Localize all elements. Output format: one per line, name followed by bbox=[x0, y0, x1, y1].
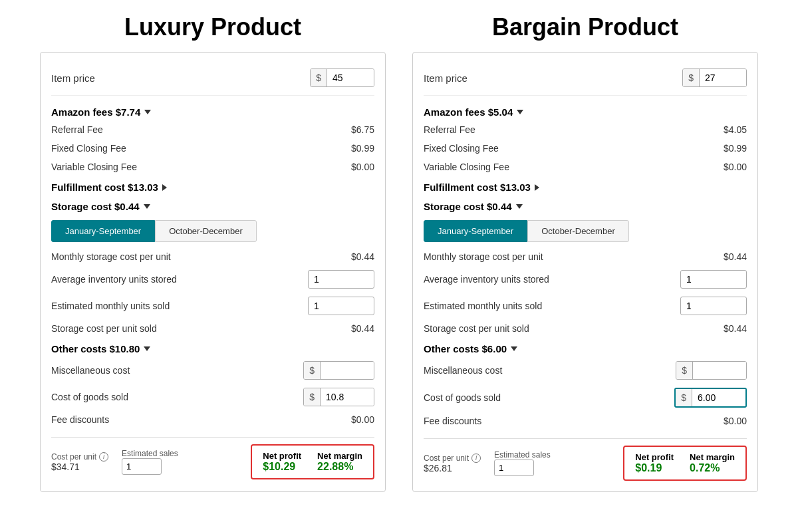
bargain-cost-per-unit: Cost per unit i $26.81 bbox=[424, 454, 481, 473]
bargain-item-price-input[interactable] bbox=[700, 69, 746, 86]
bargain-cost-info-icon[interactable]: i bbox=[471, 454, 481, 463]
bargain-est-monthly-input[interactable] bbox=[680, 297, 747, 315]
bargain-footer: Cost per unit i $26.81 Estimated sales N… bbox=[424, 438, 747, 481]
bargain-calculator: Item price $ Amazon fees $5.04 Referral … bbox=[412, 52, 758, 492]
luxury-storage-per-unit-row: Storage cost per unit sold $0.44 bbox=[51, 319, 374, 338]
bargain-variable-closing-fee-row: Variable Closing Fee $0.00 bbox=[424, 158, 747, 176]
bargain-cogs-currency: $ bbox=[676, 389, 692, 406]
bargain-cogs-input-group: $ bbox=[674, 388, 747, 408]
luxury-avg-inventory-label: Average inventory units stored bbox=[51, 274, 177, 285]
bargain-fulfillment-header: Fulfillment cost $13.03 bbox=[424, 176, 747, 196]
bargain-est-monthly-row: Estimated monthly units sold bbox=[424, 293, 747, 319]
bargain-est-sales-input[interactable] bbox=[494, 460, 534, 476]
luxury-amazon-fees-header: Amazon fees $7.74 bbox=[51, 101, 374, 120]
luxury-est-sales-input[interactable] bbox=[122, 458, 162, 475]
luxury-misc-currency: $ bbox=[304, 362, 321, 379]
luxury-item-price-input-group: $ bbox=[310, 68, 374, 87]
bargain-fulfillment-label: Fulfillment cost $13.03 bbox=[424, 182, 531, 193]
luxury-item-price-input[interactable] bbox=[327, 69, 374, 86]
bargain-fee-discounts-label: Fee discounts bbox=[424, 416, 481, 426]
bargain-misc-currency: $ bbox=[676, 362, 693, 379]
bargain-net-margin: Net margin 0.72% bbox=[690, 452, 735, 474]
luxury-fee-discounts-row: Fee discounts $0.00 bbox=[51, 410, 374, 429]
bargain-item-price-row: Item price $ bbox=[424, 63, 747, 96]
luxury-other-costs-toggle-icon[interactable] bbox=[144, 346, 150, 351]
luxury-item-price-label: Item price bbox=[51, 72, 95, 84]
bargain-est-monthly-label: Estimated monthly units sold bbox=[424, 301, 542, 311]
bargain-storage-per-unit-row: Storage cost per unit sold $0.44 bbox=[424, 319, 747, 338]
luxury-misc-cost-label: Miscellaneous cost bbox=[51, 365, 130, 376]
luxury-fee-discounts-value: $0.00 bbox=[351, 414, 374, 425]
luxury-product-section: Luxury Product Item price $ Amazon fees … bbox=[40, 13, 386, 492]
bargain-storage-header: Storage cost $0.44 bbox=[424, 196, 747, 215]
luxury-storage-toggle-icon[interactable] bbox=[144, 204, 150, 209]
luxury-tab-oct-dec[interactable]: October-December bbox=[155, 220, 257, 242]
bargain-variable-closing-fee-value: $0.00 bbox=[724, 162, 747, 172]
luxury-cogs-input[interactable] bbox=[321, 388, 374, 406]
bargain-other-costs-label: Other costs $6.00 bbox=[424, 343, 507, 354]
luxury-referral-fee-row: Referral Fee $6.75 bbox=[51, 120, 374, 139]
luxury-fulfillment-header: Fulfillment cost $13.03 bbox=[51, 176, 374, 196]
luxury-storage-tabs: January-September October-December bbox=[51, 220, 374, 242]
luxury-tab-jan-sep[interactable]: January-September bbox=[51, 220, 155, 242]
luxury-variable-closing-fee-label: Variable Closing Fee bbox=[51, 162, 137, 172]
bargain-other-costs-toggle-icon[interactable] bbox=[511, 346, 517, 351]
bargain-net-profit: Net profit $0.19 bbox=[635, 452, 674, 474]
luxury-fulfillment-label: Fulfillment cost $13.03 bbox=[51, 182, 158, 193]
bargain-product-section: Bargain Product Item price $ Amazon fees… bbox=[412, 13, 758, 492]
luxury-fee-discounts-label: Fee discounts bbox=[51, 414, 109, 425]
bargain-tab-oct-dec[interactable]: October-December bbox=[527, 220, 629, 242]
luxury-footer: Cost per unit i $34.71 Estimated sales N… bbox=[51, 437, 374, 479]
luxury-currency-symbol: $ bbox=[311, 69, 327, 86]
luxury-item-price-row: Item price $ bbox=[51, 63, 374, 96]
bargain-net-margin-value: 0.72% bbox=[690, 462, 720, 474]
bargain-avg-inventory-row: Average inventory units stored bbox=[424, 266, 747, 293]
luxury-referral-fee-value: $6.75 bbox=[351, 124, 374, 135]
bargain-monthly-storage-label: Monthly storage cost per unit bbox=[424, 251, 543, 262]
bargain-net-profit-value: $0.19 bbox=[635, 462, 662, 474]
bargain-referral-fee-label: Referral Fee bbox=[424, 124, 475, 135]
luxury-storage-label: Storage cost $0.44 bbox=[51, 201, 140, 212]
bargain-monthly-storage-row: Monthly storage cost per unit $0.44 bbox=[424, 247, 747, 266]
luxury-cost-per-unit-value: $34.71 bbox=[51, 462, 108, 472]
luxury-other-costs-header: Other costs $10.80 bbox=[51, 338, 374, 357]
luxury-amazon-fees-toggle-icon[interactable] bbox=[144, 110, 151, 114]
bargain-fulfillment-toggle-icon[interactable] bbox=[535, 184, 539, 191]
luxury-monthly-storage-row: Monthly storage cost per unit $0.44 bbox=[51, 247, 374, 266]
luxury-est-monthly-input[interactable] bbox=[308, 297, 374, 315]
bargain-tab-jan-sep[interactable]: January-September bbox=[424, 220, 527, 242]
luxury-fulfillment-toggle-icon[interactable] bbox=[162, 184, 167, 191]
luxury-fixed-closing-fee-value: $0.99 bbox=[351, 143, 374, 154]
bargain-misc-cost-label: Miscellaneous cost bbox=[424, 365, 502, 376]
luxury-net-profit-label: Net profit bbox=[263, 451, 301, 461]
luxury-net-margin-label: Net margin bbox=[317, 451, 362, 461]
bargain-est-sales: Estimated sales bbox=[494, 450, 551, 476]
luxury-avg-inventory-input[interactable] bbox=[308, 270, 374, 289]
bargain-cogs-input[interactable] bbox=[692, 389, 745, 406]
bargain-misc-input[interactable] bbox=[693, 362, 746, 379]
luxury-misc-input[interactable] bbox=[321, 362, 374, 379]
luxury-monthly-storage-label: Monthly storage cost per unit bbox=[51, 251, 171, 262]
luxury-monthly-storage-value: $0.44 bbox=[351, 251, 374, 262]
luxury-fixed-closing-fee-label: Fixed Closing Fee bbox=[51, 143, 126, 154]
luxury-est-sales: Estimated sales bbox=[122, 449, 178, 475]
bargain-storage-toggle-icon[interactable] bbox=[516, 204, 523, 209]
luxury-misc-input-group: $ bbox=[303, 361, 374, 380]
bargain-referral-fee-row: Referral Fee $4.05 bbox=[424, 120, 747, 139]
bargain-avg-inventory-input[interactable] bbox=[680, 270, 747, 289]
bargain-net-profit-box: Net profit $0.19 Net margin 0.72% bbox=[623, 446, 747, 481]
luxury-net-margin: Net margin 22.88% bbox=[317, 451, 362, 473]
bargain-amazon-fees-toggle-icon[interactable] bbox=[517, 110, 523, 114]
bargain-other-costs-header: Other costs $6.00 bbox=[424, 338, 747, 357]
bargain-monthly-storage-value: $0.44 bbox=[724, 251, 747, 262]
bargain-fixed-closing-fee-row: Fixed Closing Fee $0.99 bbox=[424, 139, 747, 158]
luxury-amazon-fees-label: Amazon fees $7.74 bbox=[51, 106, 140, 118]
bargain-amazon-fees-label: Amazon fees $5.04 bbox=[424, 106, 513, 118]
luxury-cost-info-icon[interactable]: i bbox=[99, 452, 108, 462]
bargain-cost-per-unit-value: $26.81 bbox=[424, 463, 481, 473]
luxury-calculator: Item price $ Amazon fees $7.74 Referral … bbox=[40, 52, 386, 492]
luxury-storage-per-unit-label: Storage cost per unit sold bbox=[51, 323, 157, 334]
bargain-storage-tabs: January-September October-December bbox=[424, 220, 747, 242]
luxury-fixed-closing-fee-row: Fixed Closing Fee $0.99 bbox=[51, 139, 374, 158]
luxury-storage-per-unit-value: $0.44 bbox=[351, 323, 374, 334]
